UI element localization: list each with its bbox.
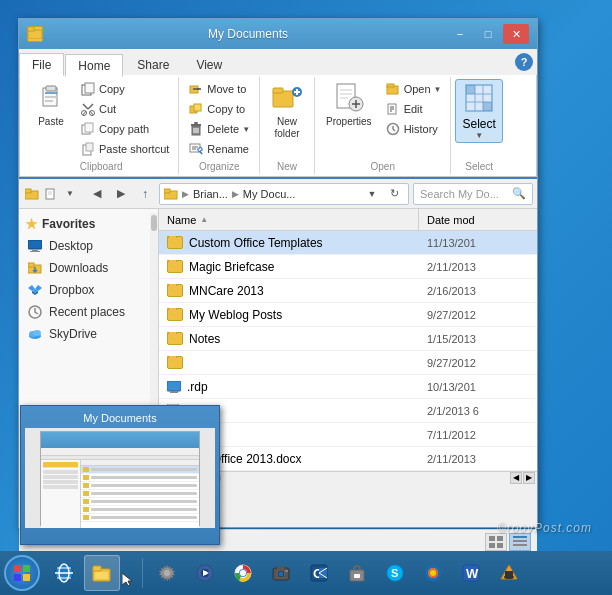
quick-access-folder[interactable] xyxy=(23,186,41,202)
taskbar-skype[interactable]: S xyxy=(377,555,413,591)
refresh-button[interactable]: ↻ xyxy=(384,184,404,204)
window-icon xyxy=(27,26,43,42)
copy-path-button[interactable]: Copy path xyxy=(75,119,174,139)
close-button[interactable]: ✕ xyxy=(503,24,529,44)
svg-rect-96 xyxy=(513,536,527,538)
column-name[interactable]: Name ▲ xyxy=(159,209,419,231)
quick-access-dropdown[interactable]: ▼ xyxy=(61,186,79,202)
file-row-5[interactable]: 9/27/2012 xyxy=(159,351,537,375)
sidebar-item-dropbox[interactable]: Dropbox xyxy=(19,279,158,301)
address-dropdown[interactable]: ▼ xyxy=(362,184,382,204)
svg-rect-8 xyxy=(85,83,94,93)
breadcrumb-separator2: ▶ xyxy=(232,189,239,199)
file-date-8: 7/11/2012 xyxy=(419,429,537,441)
svg-rect-98 xyxy=(513,544,527,546)
properties-button[interactable]: Properties xyxy=(319,79,379,131)
search-placeholder: Search My Do... xyxy=(420,188,499,200)
address-bar[interactable]: ▶ Brian... ▶ My Docu... ▼ ↻ xyxy=(159,183,409,205)
forward-button[interactable]: ▶ xyxy=(111,184,131,204)
file-row-6[interactable]: .rdp 10/13/201 xyxy=(159,375,537,399)
svg-rect-5 xyxy=(45,96,57,98)
file-row-3-name: My Weblog Posts xyxy=(159,308,419,322)
maximize-button[interactable]: □ xyxy=(475,24,501,44)
sidebar-item-downloads[interactable]: Downloads xyxy=(19,257,158,279)
file-row-2[interactable]: MNCare 2013 2/16/2013 xyxy=(159,279,537,303)
svg-rect-59 xyxy=(483,102,492,111)
select-button[interactable]: Select ▼ xyxy=(455,79,502,143)
taskbar-firefox[interactable] xyxy=(415,555,451,591)
paste-shortcut-button[interactable]: Paste shortcut xyxy=(75,139,174,159)
taskbar-vlc[interactable] xyxy=(491,555,527,591)
tab-share[interactable]: Share xyxy=(124,53,182,75)
details-view-button[interactable] xyxy=(509,533,531,551)
svg-text:W: W xyxy=(466,566,479,581)
edit-button[interactable]: Edit xyxy=(380,99,447,119)
delete-dropdown[interactable]: ▼ xyxy=(242,125,250,134)
open-dropdown[interactable]: ▼ xyxy=(434,85,442,94)
breadcrumb-mydocs[interactable]: My Docu... xyxy=(243,188,296,200)
svg-rect-4 xyxy=(45,92,57,94)
new-folder-button[interactable]: Newfolder xyxy=(264,79,310,143)
sidebar-item-recent[interactable]: Recent places xyxy=(19,301,158,323)
history-button[interactable]: History xyxy=(380,119,447,139)
minimize-button[interactable]: − xyxy=(447,24,473,44)
delete-button[interactable]: Delete ▼ xyxy=(183,119,255,139)
taskbar-camera[interactable] xyxy=(263,555,299,591)
taskbar-outlook[interactable]: O xyxy=(301,555,337,591)
column-name-label: Name xyxy=(167,214,196,226)
back-button[interactable]: ◀ xyxy=(87,184,107,204)
file-row-1[interactable]: Magic Briefcase 2/11/2013 xyxy=(159,255,537,279)
sidebar-item-desktop[interactable]: Desktop xyxy=(19,235,158,257)
copy-to-button[interactable]: Copy to xyxy=(183,99,255,119)
cut-button[interactable]: Cut xyxy=(75,99,174,119)
cut-icon xyxy=(80,101,96,117)
tab-home[interactable]: Home xyxy=(65,54,123,77)
cursor-icon xyxy=(122,573,134,587)
scroll-right[interactable]: ▶ xyxy=(523,472,535,484)
quick-access-properties[interactable] xyxy=(42,186,60,202)
new-group-label: New xyxy=(264,161,310,174)
thumb-row-5 xyxy=(81,506,199,514)
select-icon xyxy=(463,82,495,117)
favorites-header[interactable]: ★ Favorites xyxy=(19,213,158,235)
open-button[interactable]: Open ▼ xyxy=(380,79,447,99)
thumbnail-mini-menu xyxy=(41,448,199,456)
copy-button[interactable]: Copy xyxy=(75,79,174,99)
move-to-button[interactable]: Move to xyxy=(183,79,255,99)
clipboard-small-buttons: Copy xyxy=(75,79,174,159)
svg-point-113 xyxy=(164,570,170,576)
column-date[interactable]: Date mod xyxy=(419,209,537,231)
taskbar-media[interactable] xyxy=(187,555,223,591)
select-dropdown-arrow[interactable]: ▼ xyxy=(475,131,483,140)
scroll-left[interactable]: ◀ xyxy=(510,472,522,484)
taskbar-chrome[interactable] xyxy=(225,555,261,591)
thumb-row-1 xyxy=(81,474,199,482)
up-button[interactable]: ↑ xyxy=(135,184,155,204)
taskbar-ie[interactable] xyxy=(46,555,82,591)
rename-button[interactable]: Rename xyxy=(183,139,255,159)
breadcrumb-brian[interactable]: Brian... xyxy=(193,188,228,200)
taskbar-separator-1 xyxy=(142,558,143,588)
file-row-3[interactable]: My Weblog Posts 9/27/2012 xyxy=(159,303,537,327)
svg-rect-94 xyxy=(489,543,495,548)
ribbon-group-select: Select ▼ Select xyxy=(451,77,506,174)
svg-line-9 xyxy=(83,104,88,109)
tab-view[interactable]: View xyxy=(183,53,235,75)
start-button[interactable] xyxy=(4,555,40,591)
taskbar-explorer[interactable] xyxy=(84,555,120,591)
paste-button[interactable]: Paste xyxy=(28,79,74,131)
help-button[interactable]: ? xyxy=(515,53,533,71)
tab-file[interactable]: File xyxy=(19,53,64,76)
taskbar-store[interactable] xyxy=(339,555,375,591)
properties-label: Properties xyxy=(326,116,372,128)
taskbar-word[interactable]: W xyxy=(453,555,489,591)
list-view-button[interactable] xyxy=(485,533,507,551)
sidebar-item-skydrive[interactable]: SkyDrive xyxy=(19,323,158,345)
search-bar[interactable]: Search My Do... 🔍 xyxy=(413,183,533,205)
taskbar-settings[interactable] xyxy=(149,555,185,591)
file-row-0[interactable]: Custom Office Templates 11/13/201 xyxy=(159,231,537,255)
svg-rect-67 xyxy=(28,240,42,249)
open-group-label: Open xyxy=(319,161,446,174)
thumbnail-mini-sidebar xyxy=(41,460,81,529)
file-row-4[interactable]: Notes 1/15/2013 xyxy=(159,327,537,351)
